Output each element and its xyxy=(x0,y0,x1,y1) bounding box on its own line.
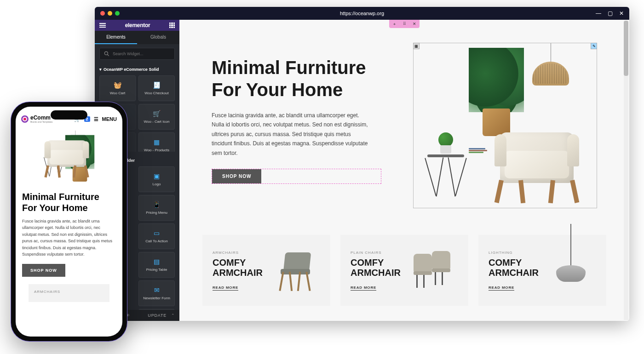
widget-label: Woo Cart xyxy=(108,91,127,95)
editor-canvas[interactable]: ＋ ⠿ ✕ Minimal Furniture For Your Home Fu… xyxy=(179,20,629,321)
product-category: PLAIN CHAIRS xyxy=(351,251,403,255)
lamp-graphic xyxy=(532,43,569,86)
hamburger-icon[interactable] xyxy=(99,23,106,28)
phone-card-preview: ARMCHAIRS xyxy=(29,284,109,302)
product-card[interactable]: PLAIN CHAIRS COMFY ARMCHAIR READ MORE xyxy=(340,235,468,306)
widget-woo-cart[interactable]: 🧺 Woo Cart xyxy=(99,75,136,101)
product-card[interactable]: ARMCHAIRS COMFY ARMCHAIR READ MORE xyxy=(202,235,330,306)
add-section-button[interactable]: ＋ xyxy=(389,20,399,28)
site-logo[interactable]: eComm Blocks and Templates xyxy=(21,115,53,123)
menu-label[interactable]: MENU xyxy=(102,116,117,122)
browser-titlebar: https://oceanwp.org — ▢ ✕ xyxy=(95,7,629,20)
product-image xyxy=(270,245,320,296)
scrollbar-thumb[interactable] xyxy=(624,21,628,76)
drag-section-handle[interactable]: ⠿ xyxy=(399,20,409,28)
widget-pricing-menu[interactable]: 📱 Pricing Menu xyxy=(138,195,175,221)
widget-search-input[interactable] xyxy=(113,51,171,56)
section-header-ecommerce-label: OceanWP eCommerce Solid xyxy=(104,67,159,72)
widget-label: Woo - Products xyxy=(142,148,171,152)
elementor-logo: elementor xyxy=(125,22,150,29)
widget-search[interactable] xyxy=(99,48,175,60)
widget-pricing-table[interactable]: ▤ Pricing Table xyxy=(138,252,175,278)
tab-elements[interactable]: Elements xyxy=(95,31,137,44)
menu-icon[interactable]: ☰ xyxy=(94,116,98,122)
product-category: ARMCHAIRS xyxy=(34,290,104,294)
update-button[interactable]: UPDATE xyxy=(148,313,167,318)
product-cards-row[interactable]: ARMCHAIRS COMFY ARMCHAIR READ MORE PLAIN… xyxy=(179,227,629,320)
widget-label: Logo xyxy=(151,182,163,186)
widget-woo-cart-icon[interactable]: 🛒 Woo - Cart Icon xyxy=(138,104,175,130)
product-title: COMFY ARMCHAIR xyxy=(351,257,403,278)
widget-label: Call To Action xyxy=(144,239,169,243)
hero-image-column[interactable]: ▦ ✎ xyxy=(413,43,597,208)
widget-label: Pricing Table xyxy=(144,268,169,272)
chevron-down-icon: ▾ xyxy=(99,67,102,72)
read-more-link[interactable]: READ MORE xyxy=(351,285,376,291)
chevron-up-icon[interactable]: ⌃ xyxy=(171,313,175,318)
cart-icon: 🧺 xyxy=(114,81,121,89)
phone-notch xyxy=(51,110,87,120)
product-category: LIGHTHING xyxy=(489,251,541,255)
widget-label: Newsletter Form xyxy=(141,296,172,300)
traffic-lights xyxy=(100,11,120,16)
shop-now-button[interactable]: SHOP NOW xyxy=(212,169,261,183)
product-title: COMFY ARMCHAIR xyxy=(213,257,265,278)
widget-label: Woo - Cart Icon xyxy=(142,120,172,124)
svg-point-0 xyxy=(104,51,108,55)
products-icon: ▦ xyxy=(154,138,160,146)
product-card[interactable]: LIGHTHING COMFY ARMCHAIR READ MORE xyxy=(478,235,606,306)
phone-hero-title: Minimal Furniture For Your Home xyxy=(22,191,116,213)
phone-hero-body: Fusce lacinia gravida ante, ac blandit u… xyxy=(22,218,116,257)
minimize-window-button[interactable] xyxy=(108,11,112,16)
section-header-ecommerce[interactable]: ▾ OceanWP eCommerce Solid xyxy=(95,63,179,75)
checkout-icon: 🧾 xyxy=(153,81,161,89)
hero-text-column[interactable]: Minimal Furniture For Your Home Fusce la… xyxy=(212,43,395,208)
close-window-button[interactable] xyxy=(100,11,105,16)
window-controls-right: — ▢ ✕ xyxy=(596,10,624,17)
armchair-graphic xyxy=(486,111,587,203)
canvas-scrollbar[interactable] xyxy=(624,21,628,320)
svg-line-1 xyxy=(108,55,109,56)
newsletter-icon: ✉ xyxy=(154,286,160,294)
hero-title[interactable]: Minimal Furniture For Your Home xyxy=(212,57,395,101)
search-icon xyxy=(104,51,110,57)
hero-section[interactable]: Minimal Furniture For Your Home Fusce la… xyxy=(179,20,629,227)
widget-woo-checkout[interactable]: 🧾 Woo Checkout xyxy=(138,75,175,101)
apps-grid-icon[interactable] xyxy=(169,23,175,28)
widget-woo-products[interactable]: ▦ Woo - Products xyxy=(138,132,175,152)
close-icon[interactable]: ✕ xyxy=(619,10,624,17)
cart-icon: 🛒 xyxy=(153,110,161,117)
logo-text: eComm xyxy=(30,115,53,120)
read-more-link[interactable]: READ MORE xyxy=(489,285,514,291)
widget-call-to-action[interactable]: ▭ Call To Action xyxy=(138,223,175,249)
logo-mark-icon xyxy=(21,115,29,123)
product-title: COMFY ARMCHAIR xyxy=(489,257,541,278)
selected-element-outline: SHOP NOW xyxy=(212,169,381,184)
sidetable-graphic xyxy=(427,132,464,194)
widget-newsletter-form[interactable]: ✉ Newsletter Form xyxy=(138,280,175,306)
read-more-link[interactable]: READ MORE xyxy=(213,285,238,291)
delete-section-button[interactable]: ✕ xyxy=(409,20,420,28)
address-bar[interactable]: https://oceanwp.org xyxy=(340,11,384,16)
books-graphic xyxy=(469,148,487,153)
minimize-icon[interactable]: — xyxy=(596,10,601,17)
hero-body[interactable]: Fusce lacinia gravida ante, ac blandit u… xyxy=(212,111,368,158)
logo-icon: ▣ xyxy=(154,172,160,180)
elementor-tabs: Elements Globals xyxy=(95,31,179,44)
pricing-table-icon: ▤ xyxy=(154,258,160,265)
elementor-topbar: elementor xyxy=(95,20,179,31)
phone-hero: Minimal Furniture For Your Home Fusce la… xyxy=(16,126,122,307)
widget-label: Woo Checkout xyxy=(143,91,170,95)
phone-mockup: eComm Blocks and Templates 🛒 2 ☰ MENU xyxy=(11,102,127,341)
logo-subtext: Blocks and Templates xyxy=(30,120,53,123)
product-category: ARMCHAIRS xyxy=(213,251,265,255)
pricing-menu-icon: 📱 xyxy=(153,201,161,208)
phone-screen: eComm Blocks and Templates 🛒 2 ☰ MENU xyxy=(16,107,122,337)
widget-logo[interactable]: ▣ Logo xyxy=(138,166,175,192)
section-controls: ＋ ⠿ ✕ xyxy=(389,20,420,28)
phone-shop-now-button[interactable]: SHOP NOW xyxy=(22,264,65,277)
restore-icon[interactable]: ▢ xyxy=(608,10,613,17)
tab-globals[interactable]: Globals xyxy=(137,31,179,44)
maximize-window-button[interactable] xyxy=(115,11,120,16)
hero-scene-image xyxy=(414,43,597,208)
